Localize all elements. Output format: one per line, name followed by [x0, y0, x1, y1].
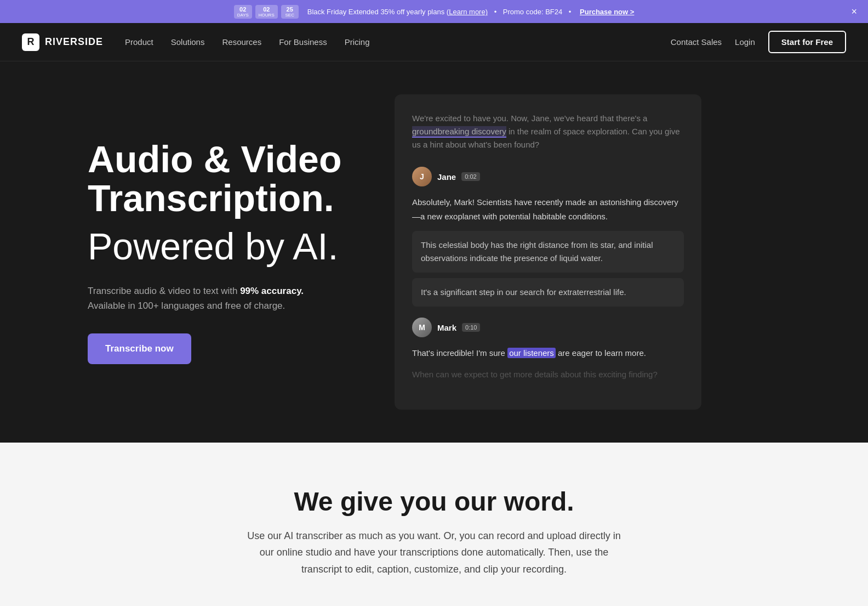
listeners-highlight: our listeners [507, 348, 556, 358]
jane-speaker-row: J Jane 0:02 [412, 167, 684, 186]
jane-avatar: J [412, 167, 432, 186]
transcript-panel: We're excited to have you. Now, Jane, we… [395, 94, 701, 410]
logo-text: RIVERSIDE [45, 36, 103, 48]
nav-product[interactable]: Product [125, 37, 153, 47]
mark-text: That's incredible! I'm sure our listener… [412, 346, 684, 360]
mark-name: Mark [437, 323, 456, 332]
sec-timer: 25 SEC [281, 5, 299, 19]
hero-description: Transcribe audio & video to text with 99… [88, 284, 351, 313]
highlight-discovery: groundbreaking discovery [412, 126, 506, 138]
days-timer: 02 DAYS [234, 5, 252, 19]
login-link[interactable]: Login [735, 37, 755, 47]
hero-content: Audio & Video Transcription. Powered by … [88, 140, 351, 364]
learn-more-link[interactable]: (Learn more) [447, 8, 488, 16]
contact-sales-link[interactable]: Contact Sales [671, 37, 722, 47]
nav-pricing[interactable]: Pricing [345, 37, 370, 47]
hours-timer: 02 HOURS [255, 5, 278, 19]
word-title: We give you our word. [22, 486, 846, 517]
hours-value: 02 [263, 6, 270, 13]
jane-bubble-1: This celestial body has the right distan… [412, 231, 684, 273]
hours-label: HOURS [259, 13, 275, 18]
mark-speaker-row: M Mark 0:10 [412, 318, 684, 337]
mark-time: 0:10 [462, 323, 480, 332]
start-for-free-button[interactable]: Start for Free [768, 31, 846, 53]
logo[interactable]: R RIVERSIDE [22, 33, 103, 51]
transcript-intro: We're excited to have you. Now, Jane, we… [412, 112, 684, 151]
jane-bubble-2: It's a significant step in our search fo… [412, 278, 684, 307]
purchase-now-link[interactable]: Purchase now > [580, 8, 634, 16]
transcribe-now-button[interactable]: Transcribe now [88, 333, 191, 364]
nav-solutions[interactable]: Solutions [171, 37, 205, 47]
main-nav: R RIVERSIDE Product Solutions Resources … [0, 23, 868, 61]
jane-speaker-section: J Jane 0:02 Absolutely, Mark! Scientists… [412, 167, 684, 307]
sec-value: 25 [287, 6, 293, 13]
mark-avatar: M [412, 318, 432, 337]
nav-links: Product Solutions Resources For Business… [125, 37, 671, 47]
days-value: 02 [239, 6, 246, 13]
nav-right: Contact Sales Login Start for Free [671, 31, 846, 53]
banner-close-button[interactable]: × [851, 6, 857, 18]
countdown-timers: 02 DAYS 02 HOURS 25 SEC [234, 5, 299, 19]
nav-resources[interactable]: Resources [222, 37, 261, 47]
hero-section: Audio & Video Transcription. Powered by … [0, 61, 868, 443]
nav-for-business[interactable]: For Business [279, 37, 327, 47]
mark-speaker-section: M Mark 0:10 That's incredible! I'm sure … [412, 318, 684, 381]
jane-text-main: Absolutely, Mark! Scientists have recent… [412, 195, 684, 223]
sec-label: SEC [284, 13, 295, 18]
jane-name: Jane [437, 172, 456, 182]
word-section: We give you our word. Use our AI transcr… [0, 443, 868, 607]
hero-title: Audio & Video Transcription. [88, 140, 351, 218]
jane-time: 0:02 [461, 172, 479, 181]
banner-message: Black Friday Extended 35% off yearly pla… [307, 8, 635, 16]
word-description: Use our AI transcriber as much as you wa… [242, 528, 626, 578]
days-label: DAYS [237, 13, 249, 18]
hero-subtitle: Powered by AI. [88, 227, 351, 266]
mark-faded-text: When can we expect to get more details a… [412, 368, 684, 381]
promo-banner: 02 DAYS 02 HOURS 25 SEC Black Friday Ext… [0, 0, 868, 23]
logo-icon: R [22, 33, 39, 51]
